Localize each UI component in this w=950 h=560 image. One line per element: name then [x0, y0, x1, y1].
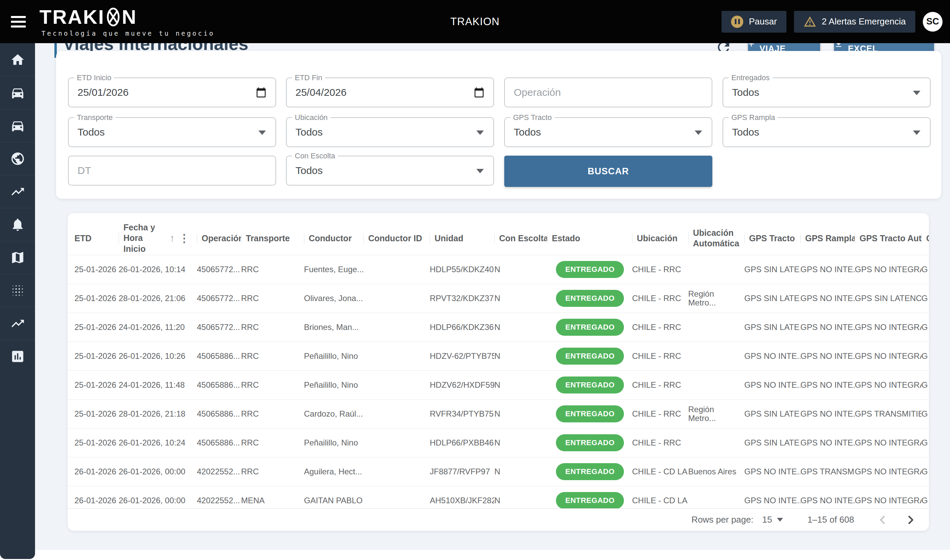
- table-row[interactable]: 25-01-202624-01-2026, 11:2045065772...RR…: [68, 312, 929, 342]
- cell-operacion: 45065772...: [197, 323, 241, 332]
- cell-fecha_hora_inicio: 26-01-2026, 10:26: [119, 351, 197, 361]
- filter-label: ETD Inicio: [74, 74, 114, 82]
- cell-estado: ENTREGADO: [547, 261, 632, 278]
- cell-gps_rampla: GPS NO INTE...: [800, 438, 855, 448]
- column-header-transporte[interactable]: Transporte: [241, 234, 304, 243]
- filter-value: Todos: [505, 118, 712, 146]
- cell-ubicacion: CHILE - RRC: [632, 438, 688, 448]
- table-row[interactable]: 25-01-202624-01-2026, 11:4845065886...RR…: [68, 371, 929, 399]
- cell-unidad: JF8877/RVFP97: [430, 467, 494, 476]
- cell-gps_rampla: GPS TRANSM...: [800, 467, 855, 476]
- column-header-conductor[interactable]: Conductor: [304, 234, 364, 243]
- logo-text-left: TRAKI: [39, 7, 105, 27]
- sidebar-item-reports[interactable]: [0, 340, 35, 373]
- cell-fecha_hora_inicio: 26-01-2026, 10:24: [119, 438, 197, 448]
- column-header-estado[interactable]: Estado: [547, 234, 632, 243]
- table-row[interactable]: 25-01-202626-01-2026, 10:1445065772...RR…: [68, 255, 929, 284]
- filter-label: Ubicación: [292, 113, 330, 122]
- sidebar-item-activity[interactable]: [0, 175, 35, 208]
- calendar-icon[interactable]: [473, 87, 484, 98]
- previous-page-button[interactable]: [876, 513, 890, 527]
- column-header-gps-extra[interactable]: G: [921, 234, 929, 243]
- operacion-input[interactable]: [505, 78, 712, 107]
- cell-gps_extra: G: [921, 467, 929, 476]
- cell-ubicacion: CHILE - CD LA...: [632, 467, 688, 476]
- cell-transporte: RRC: [241, 323, 304, 332]
- column-header-ubicacion-automatica[interactable]: Ubicación Automática: [688, 228, 744, 249]
- filter-dt[interactable]: [68, 155, 276, 186]
- table-header-row: ETD Fecha y Hora Inicio ↑ ⋮ Operación Tr…: [68, 222, 929, 255]
- filter-etd-fin[interactable]: ETD Fin 25/04/2026: [286, 77, 494, 108]
- sidebar-item-statistics[interactable]: [0, 307, 35, 340]
- cell-gps_extra: G: [921, 323, 929, 332]
- column-header-gps-tracto[interactable]: GPS Tracto: [744, 234, 800, 243]
- brand-tagline: Tecnología que mueve tu negocio: [42, 29, 215, 37]
- sort-ascending-icon[interactable]: ↑: [170, 232, 175, 244]
- column-header-etd[interactable]: ETD: [74, 234, 119, 243]
- sidebar-item-vehicles[interactable]: [0, 76, 35, 109]
- sidebar-item-map[interactable]: [0, 241, 35, 274]
- column-header-fecha-hora-inicio[interactable]: Fecha y Hora Inicio ↑ ⋮: [119, 222, 197, 254]
- pause-button[interactable]: Pausar: [722, 11, 786, 32]
- filter-transporte[interactable]: Transporte Todos: [68, 117, 276, 147]
- chevron-down-icon: [913, 91, 921, 95]
- filter-etd-inicio[interactable]: ETD Inicio 25/01/2026: [68, 77, 276, 108]
- cell-fecha_hora_inicio: 28-01-2026, 21:18: [119, 409, 197, 418]
- filter-operacion[interactable]: [504, 77, 712, 108]
- rows-per-page-select[interactable]: 15: [762, 514, 783, 525]
- avatar[interactable]: SC: [923, 12, 942, 32]
- sidebar-item-notifications[interactable]: [0, 208, 35, 241]
- cell-con_escolta: N: [494, 323, 547, 332]
- sidebar-item-home[interactable]: [0, 43, 35, 76]
- filter-entregados[interactable]: Entregados Todos: [723, 77, 931, 108]
- cell-con_escolta: N: [494, 409, 547, 418]
- filter-value: Todos: [69, 118, 275, 146]
- pause-label: Pausar: [749, 16, 777, 27]
- filter-gps-rampla[interactable]: GPS Rampla Todos: [723, 117, 931, 147]
- pause-icon: [731, 15, 743, 28]
- top-bar: TRAKI N Tecnología que mueve tu negocio …: [0, 0, 950, 43]
- table-row[interactable]: 25-01-202626-01-2026, 10:2445065886...RR…: [68, 428, 929, 457]
- column-header-operacion[interactable]: Operación: [197, 234, 241, 243]
- cell-ubicacion: CHILE - RRC: [632, 265, 688, 274]
- cell-unidad: AH510XB/JKF282: [430, 496, 494, 505]
- cell-con_escolta: N: [494, 265, 547, 274]
- next-page-button[interactable]: [904, 513, 918, 527]
- emergency-alerts-button[interactable]: 2 Alertas Emergencia: [794, 11, 915, 32]
- sidebar-item-fleet[interactable]: [0, 109, 35, 142]
- cell-etd: 25-01-2026: [74, 351, 119, 361]
- calendar-icon[interactable]: [256, 87, 267, 98]
- table-row[interactable]: 26-01-202626-01-2026, 00:0042022552...RR…: [68, 457, 929, 486]
- table-row[interactable]: 25-01-202626-01-2026, 10:2645065886...RR…: [68, 342, 929, 371]
- filter-ubicacion[interactable]: Ubicación Todos: [286, 117, 494, 147]
- globe-icon: [10, 151, 25, 166]
- search-button[interactable]: BUSCAR: [504, 155, 712, 187]
- cell-transporte: RRC: [241, 409, 304, 418]
- table-row[interactable]: 25-01-202628-01-2026, 21:1845065886...RR…: [68, 399, 929, 428]
- cell-fecha_hora_inicio: 24-01-2026, 11:20: [119, 323, 197, 332]
- menu-icon[interactable]: [11, 16, 26, 28]
- filter-gps-tracto[interactable]: GPS Tracto Todos: [504, 117, 712, 147]
- car-icon: [10, 85, 25, 100]
- filter-con-escolta[interactable]: Con Escolta Todos: [286, 155, 494, 186]
- column-header-unidad[interactable]: Unidad: [430, 234, 494, 243]
- cell-estado: ENTREGADO: [547, 348, 632, 365]
- cell-gps_rampla: GPS NO INTE...: [800, 323, 855, 332]
- cell-conductor: Peñailillo, Nino: [304, 351, 364, 361]
- cell-gps_extra: G: [921, 265, 929, 274]
- column-header-gps-rampla[interactable]: GPS Rampla: [800, 234, 855, 243]
- cell-operacion: 45065886...: [197, 380, 241, 390]
- table-row[interactable]: 25-01-202628-01-2026, 21:0645065772...RR…: [68, 284, 929, 312]
- column-header-con-escolta[interactable]: Con Escolta: [494, 234, 547, 243]
- column-header-ubicacion[interactable]: Ubicación: [632, 234, 688, 243]
- sidebar-item-zones[interactable]: [0, 274, 35, 307]
- table-pagination: Rows per page: 15 1–15 of 608: [68, 508, 929, 531]
- column-header-gps-tracto-auto[interactable]: GPS Tracto Auto: [855, 234, 921, 243]
- car-secondary-icon: [10, 118, 25, 133]
- column-header-conductor-id[interactable]: Conductor ID: [364, 234, 430, 243]
- chevron-down-icon: [477, 169, 484, 173]
- sidebar-item-international[interactable]: [0, 142, 35, 175]
- dt-input[interactable]: [69, 156, 275, 185]
- column-menu-icon[interactable]: ⋮: [179, 232, 190, 245]
- cell-unidad: RVFR34/PTYB75: [430, 409, 494, 418]
